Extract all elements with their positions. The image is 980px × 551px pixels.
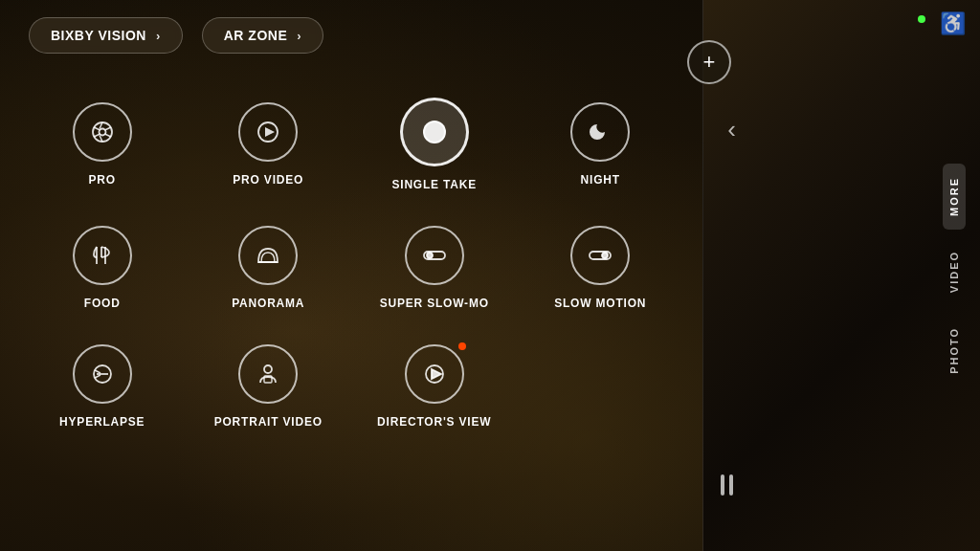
hyperlapse-svg <box>88 360 117 388</box>
toggle-left-svg <box>420 241 449 270</box>
slow-motion-label: SLOW MOTION <box>554 297 646 310</box>
food-icon <box>73 226 132 285</box>
pause-indicator <box>721 474 733 496</box>
svg-line-3 <box>104 127 111 130</box>
hyperlapse-icon <box>73 344 132 404</box>
single-take-icon <box>400 98 469 166</box>
mode-single-take[interactable]: SINGLE TAKE <box>351 80 518 209</box>
add-mode-button[interactable]: + <box>687 40 731 84</box>
bixby-chevron-icon: › <box>156 29 161 43</box>
directors-view-icon <box>405 344 464 404</box>
svg-line-6 <box>94 134 100 137</box>
pro-video-icon <box>238 102 298 162</box>
panorama-svg <box>254 241 282 270</box>
directors-view-dot <box>458 342 466 350</box>
tab-photo[interactable]: PHOTO <box>943 314 966 387</box>
top-right-icon-bar: ♿ <box>702 0 980 48</box>
ar-zone-chevron-icon: › <box>297 29 301 43</box>
toggle-right-svg <box>586 241 614 270</box>
mode-pro-video[interactable]: PRO VIDEO <box>186 80 352 209</box>
super-slow-mo-label: SUPER SLOW-MO <box>380 297 489 310</box>
svg-marker-9 <box>265 127 275 137</box>
night-label: NIGHT <box>581 173 620 187</box>
pro-label: PRO <box>89 173 116 187</box>
tab-more[interactable]: MORE <box>943 164 966 230</box>
super-slow-mo-icon <box>405 226 464 285</box>
moon-svg <box>586 118 614 146</box>
mode-food[interactable]: FOOD <box>19 209 186 327</box>
mode-hyperlapse[interactable]: HYPERLAPSE <box>19 327 186 446</box>
svg-point-16 <box>427 253 433 258</box>
ar-zone-label: AR ZONE <box>224 28 288 43</box>
pause-line-2 <box>729 474 733 496</box>
svg-line-22 <box>95 375 100 378</box>
bixby-vision-label: BIXBY VISION <box>51 28 146 43</box>
portrait-video-label: PORTRAIT VIDEO <box>214 415 323 429</box>
ar-zone-button[interactable]: AR ZONE › <box>202 17 323 54</box>
mode-portrait-video[interactable]: PORTRAIT VIDEO <box>186 327 352 446</box>
slow-motion-icon <box>570 226 630 285</box>
portrait-svg <box>254 360 282 388</box>
tab-video[interactable]: VIDEO <box>943 237 966 306</box>
panorama-icon <box>238 226 298 285</box>
svg-line-4 <box>104 134 111 137</box>
back-button[interactable]: ‹ <box>727 115 736 144</box>
svg-point-0 <box>93 122 112 142</box>
mode-panorama[interactable]: PANORAMA <box>186 209 352 327</box>
single-take-label: SINGLE TAKE <box>391 178 477 191</box>
status-dot-green <box>918 15 925 23</box>
night-icon <box>570 102 630 162</box>
play-circle-svg <box>254 118 282 146</box>
hyperlapse-label: HYPERLAPSE <box>59 415 145 429</box>
mode-super-slow-mo[interactable]: SUPER SLOW-MO <box>351 209 518 327</box>
svg-point-23 <box>264 365 272 373</box>
camera-modes-grid: PRO PRO VIDEO SINGLE TAKE <box>0 71 702 455</box>
food-label: FOOD <box>84 297 121 310</box>
svg-line-7 <box>94 127 100 130</box>
mode-slow-motion[interactable]: SLOW MOTION <box>518 209 684 327</box>
mode-pro[interactable]: PRO <box>19 80 186 209</box>
pause-line-1 <box>721 474 724 496</box>
svg-point-18 <box>602 253 608 258</box>
panorama-label: PANORAMA <box>232 297 304 310</box>
svg-marker-26 <box>432 369 441 379</box>
bixby-vision-button[interactable]: BIXBY VISION › <box>29 17 183 54</box>
back-chevron-icon: ‹ <box>727 115 736 143</box>
food-svg <box>88 241 117 270</box>
directors-view-svg <box>420 360 449 388</box>
vertical-mode-tabs: MORE VIDEO PHOTO <box>943 164 966 387</box>
aperture-svg <box>88 118 117 146</box>
modes-panel: BIXBY VISION › AR ZONE › <box>0 0 702 551</box>
top-action-bar: BIXBY VISION › AR ZONE › <box>0 0 702 71</box>
pro-icon <box>73 102 132 162</box>
directors-view-label: DIRECTOR'S VIEW <box>377 415 491 429</box>
right-panel-controls: ♿ MORE VIDEO PHOTO <box>702 0 980 551</box>
pro-video-label: PRO VIDEO <box>233 173 303 187</box>
svg-line-21 <box>95 370 100 373</box>
plus-icon: + <box>703 50 716 75</box>
accessibility-icon: ♿ <box>940 11 966 36</box>
portrait-video-icon <box>238 344 298 404</box>
mode-directors-view[interactable]: DIRECTOR'S VIEW <box>351 327 518 446</box>
mode-night[interactable]: NIGHT <box>518 80 684 209</box>
